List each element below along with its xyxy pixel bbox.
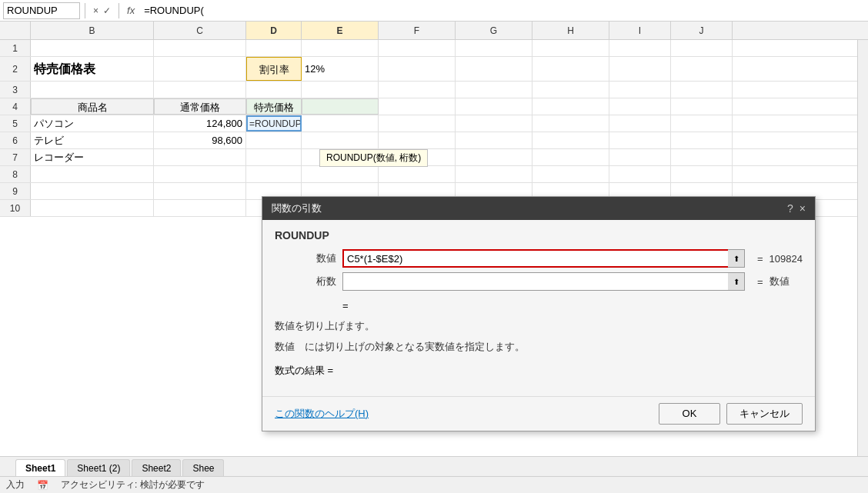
- col-header-f: F: [379, 22, 456, 39]
- cell-g4[interactable]: [456, 98, 532, 115]
- cell-i5[interactable]: [609, 115, 671, 132]
- sheet-tab-1[interactable]: Sheet1: [15, 459, 65, 476]
- cell-d3[interactable]: [246, 82, 302, 98]
- arg2-equals: =: [751, 276, 763, 288]
- row-num-3: 3: [0, 82, 31, 98]
- cell-f6[interactable]: [379, 132, 456, 148]
- cell-e5[interactable]: [302, 115, 379, 132]
- cell-d6[interactable]: [246, 132, 302, 148]
- cell-h6[interactable]: [532, 132, 609, 148]
- cell-c6[interactable]: 98,600: [154, 132, 246, 148]
- scrollbar-right[interactable]: [857, 40, 868, 456]
- cell-b7[interactable]: レコーダー: [31, 149, 154, 165]
- cell-e4[interactable]: [302, 98, 379, 115]
- cell-c7[interactable]: [154, 149, 246, 165]
- cell-j4[interactable]: [671, 98, 733, 115]
- sheet-tab-2[interactable]: Sheet1 (2): [67, 459, 130, 476]
- dialog-help-icon[interactable]: ?: [787, 202, 793, 215]
- cell-g3[interactable]: [456, 82, 532, 98]
- cell-f4[interactable]: [379, 98, 456, 115]
- cell-j2[interactable]: [671, 57, 733, 81]
- sheet-tab-3[interactable]: Sheet2: [132, 459, 181, 476]
- arg2-input[interactable]: [342, 272, 745, 291]
- cell-d4[interactable]: 特売価格: [246, 98, 302, 115]
- cell-c5[interactable]: 124,800: [154, 115, 246, 132]
- cell-g7[interactable]: [456, 149, 532, 165]
- cell-i4[interactable]: [609, 98, 671, 115]
- col-header-b: B: [31, 22, 154, 39]
- table-row: 1: [0, 40, 868, 57]
- cell-h4[interactable]: [532, 98, 609, 115]
- name-box[interactable]: ROUNDUP: [3, 2, 80, 19]
- cell-f1[interactable]: [379, 40, 456, 56]
- cell-e6[interactable]: [302, 132, 379, 148]
- cell-h1[interactable]: [532, 40, 609, 56]
- cell-c4[interactable]: 通常価格: [154, 98, 246, 115]
- arg1-collapse-btn[interactable]: ⬆: [728, 249, 745, 268]
- cell-j3[interactable]: [671, 82, 733, 98]
- ok-button[interactable]: OK: [659, 403, 720, 425]
- function-arguments-dialog[interactable]: 関数の引数 ? × ROUNDUP 数値 ⬆ =: [262, 196, 816, 431]
- cell-e1[interactable]: [302, 40, 379, 56]
- cell-h7[interactable]: [532, 149, 609, 165]
- cell-c2[interactable]: [154, 57, 246, 81]
- func-desc-main: 数値を切り上げます。: [275, 319, 803, 333]
- cell-h5[interactable]: [532, 115, 609, 132]
- table-row: 2 特売価格表 割引率 12%: [0, 57, 868, 82]
- dialog-close-icon[interactable]: ×: [800, 202, 806, 215]
- result-label: 数式の結果 =: [275, 364, 333, 378]
- cell-c1[interactable]: [154, 40, 246, 56]
- arg2-collapse-btn[interactable]: ⬆: [728, 272, 745, 291]
- cell-i1[interactable]: [609, 40, 671, 56]
- formula-bar-separator: [85, 3, 85, 18]
- cell-i6[interactable]: [609, 132, 671, 148]
- cell-d5[interactable]: =ROUNDUP(: [246, 115, 302, 132]
- cell-b1[interactable]: [31, 40, 154, 56]
- status-mode: 入力: [6, 478, 25, 491]
- cell-b5[interactable]: パソコン: [31, 115, 154, 132]
- cell-j7[interactable]: [671, 149, 733, 165]
- cell-b2[interactable]: 特売価格表: [31, 57, 154, 81]
- table-row: 3: [0, 82, 868, 98]
- cell-h2[interactable]: [532, 57, 609, 81]
- corner-cell: [0, 22, 31, 39]
- fx-label: fx: [127, 5, 135, 16]
- dialog-titlebar: 関数の引数 ? ×: [262, 197, 815, 220]
- formula-input[interactable]: [141, 2, 865, 19]
- cell-e3[interactable]: [302, 82, 379, 98]
- cancel-icon[interactable]: ×: [93, 5, 98, 16]
- cell-g6[interactable]: [456, 132, 532, 148]
- cell-g1[interactable]: [456, 40, 532, 56]
- cell-b3[interactable]: [31, 82, 154, 98]
- cell-b4[interactable]: 商品名: [31, 98, 154, 115]
- cell-j5[interactable]: [671, 115, 733, 132]
- cell-h3[interactable]: [532, 82, 609, 98]
- cell-d2[interactable]: 割引率: [246, 57, 302, 81]
- cell-i2[interactable]: [609, 57, 671, 81]
- formula-bar-separator2: [119, 3, 119, 18]
- arg1-input[interactable]: [342, 249, 745, 268]
- sheet-tab-4[interactable]: Shee: [182, 459, 224, 476]
- arg2-value: 数値: [770, 275, 803, 288]
- cancel-button[interactable]: キャンセル: [726, 403, 803, 425]
- cell-f3[interactable]: [379, 82, 456, 98]
- cell-e2[interactable]: 12%: [302, 57, 379, 81]
- cell-f2[interactable]: [379, 57, 456, 81]
- cell-d7[interactable]: [246, 149, 302, 165]
- func-name-label: ROUNDUP: [275, 229, 803, 242]
- cell-g5[interactable]: [456, 115, 532, 132]
- cell-d1[interactable]: [246, 40, 302, 56]
- arg1-label: 数値: [275, 251, 336, 265]
- cell-j1[interactable]: [671, 40, 733, 56]
- confirm-icon[interactable]: ✓: [103, 5, 111, 16]
- cell-g2[interactable]: [456, 57, 532, 81]
- cell-b6[interactable]: テレビ: [31, 132, 154, 148]
- arg2-input-wrap: ⬆: [342, 272, 745, 291]
- func-desc-detail: 数値 には切り上げの対象となる実数値を指定します。: [275, 339, 803, 355]
- cell-f5[interactable]: [379, 115, 456, 132]
- cell-c3[interactable]: [154, 82, 246, 98]
- cell-j6[interactable]: [671, 132, 733, 148]
- help-link[interactable]: この関数のヘルプ(H): [275, 407, 369, 421]
- cell-i7[interactable]: [609, 149, 671, 165]
- cell-i3[interactable]: [609, 82, 671, 98]
